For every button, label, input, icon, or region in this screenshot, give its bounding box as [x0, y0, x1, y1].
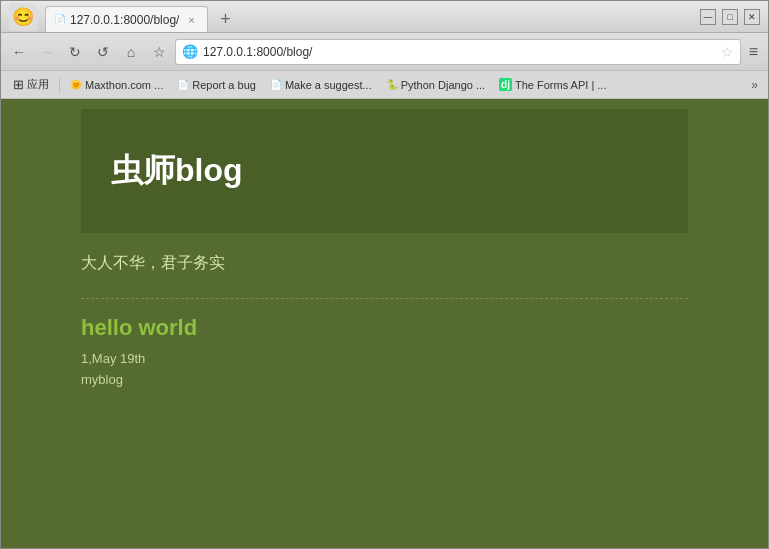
forward-button[interactable]: →: [35, 40, 59, 64]
title-bar: 😊 📄 127.0.0.1:8000/blog/ × + — □ ✕: [1, 1, 768, 33]
suggest-icon: 📄: [270, 79, 282, 90]
back-button[interactable]: ←: [7, 40, 31, 64]
bookmark-label: The Forms API | ...: [515, 79, 607, 91]
apps-grid-icon: ⊞: [13, 77, 24, 92]
forms-api-icon: dj: [499, 78, 512, 91]
post-category: myblog: [81, 372, 688, 387]
blog-header: 虫师blog: [81, 109, 688, 233]
maxthon-icon: 🌞: [70, 79, 82, 90]
bookmark-label: Report a bug: [192, 79, 256, 91]
report-bug-icon: 📄: [177, 79, 189, 90]
bookmark-item-django[interactable]: 🐍 Python Django ...: [380, 74, 491, 96]
close-button[interactable]: ✕: [744, 9, 760, 25]
globe-icon: 🌐: [182, 44, 198, 59]
bookmark-label: Maxthon.com ...: [85, 79, 163, 91]
bookmarks-bar: ⊞ 应用 🌞 Maxthon.com ... 📄 Report a bug 📄 …: [1, 71, 768, 99]
navigation-bar: ← → ↻ ↺ ⌂ ☆ 🌐 127.0.0.1:8000/blog/ ☆ ≡: [1, 33, 768, 71]
bookmark-item-forms-api[interactable]: dj The Forms API | ...: [493, 74, 612, 96]
bookmarks-more-button[interactable]: »: [747, 78, 762, 92]
tab-close-button[interactable]: ×: [183, 12, 199, 28]
active-tab[interactable]: 📄 127.0.0.1:8000/blog/ ×: [45, 6, 208, 32]
home-button[interactable]: ⌂: [119, 40, 143, 64]
bookmark-separator: [59, 77, 60, 93]
refresh-button[interactable]: ↻: [63, 40, 87, 64]
tab-favicon: 📄: [54, 14, 66, 25]
blog-body: 大人不华，君子务实 hello world 1,May 19th myblog: [1, 233, 768, 407]
tab-title: 127.0.0.1:8000/blog/: [70, 13, 179, 27]
django-icon: 🐍: [386, 79, 398, 90]
bookmark-item-suggest[interactable]: 📄 Make a suggest...: [264, 74, 378, 96]
apps-button[interactable]: ⊞ 应用: [7, 74, 55, 96]
page-content: 虫师blog 大人不华，君子务实 hello world 1,May 19th …: [1, 99, 768, 548]
minimize-button[interactable]: —: [700, 9, 716, 25]
blog-divider: [81, 298, 688, 299]
bookmark-item-maxthon[interactable]: 🌞 Maxthon.com ...: [64, 74, 169, 96]
bookmark-add-button[interactable]: ☆: [147, 40, 171, 64]
menu-button[interactable]: ≡: [745, 43, 762, 61]
favorite-icon[interactable]: ☆: [721, 44, 734, 60]
maximize-button[interactable]: □: [722, 9, 738, 25]
bookmark-label: Make a suggest...: [285, 79, 372, 91]
undo-button[interactable]: ↺: [91, 40, 115, 64]
browser-logo: 😊: [9, 3, 37, 31]
window-controls: — □ ✕: [700, 9, 760, 25]
tab-bar: 📄 127.0.0.1:8000/blog/ × +: [45, 1, 692, 32]
bookmark-label: Python Django ...: [401, 79, 485, 91]
new-tab-button[interactable]: +: [212, 6, 238, 32]
post-date: 1,May 19th: [81, 351, 688, 366]
bookmark-item-report-bug[interactable]: 📄 Report a bug: [171, 74, 262, 96]
browser-window: 😊 📄 127.0.0.1:8000/blog/ × + — □ ✕ ← → ↻…: [0, 0, 769, 549]
apps-label: 应用: [27, 77, 49, 92]
address-bar[interactable]: 🌐 127.0.0.1:8000/blog/ ☆: [175, 39, 741, 65]
post-title-link[interactable]: hello world: [81, 315, 688, 341]
blog-subtitle: 大人不华，君子务实: [81, 253, 688, 274]
blog-title: 虫师blog: [111, 149, 658, 193]
address-text: 127.0.0.1:8000/blog/: [203, 45, 717, 59]
